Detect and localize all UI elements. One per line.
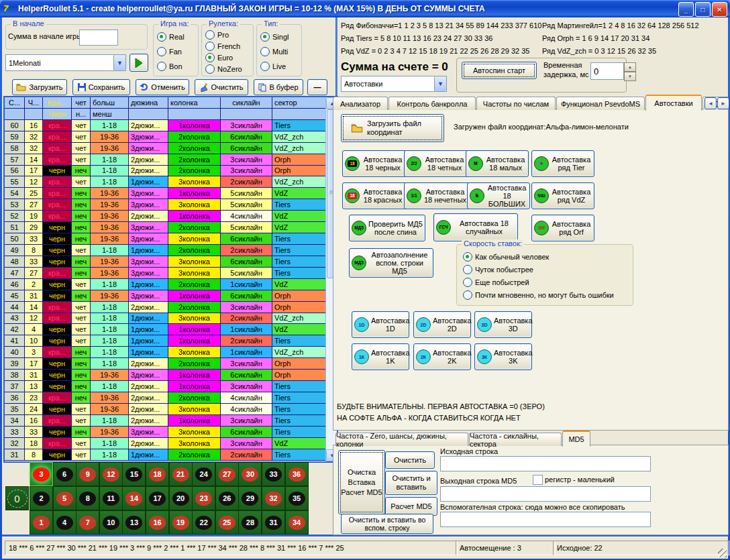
roulette-cell-22[interactable]: 22 bbox=[192, 510, 215, 535]
roulette-cell-24[interactable]: 24 bbox=[192, 462, 215, 486]
save-button[interactable]: Сохранить bbox=[72, 79, 130, 95]
roulette-cell-31[interactable]: 31 bbox=[262, 510, 285, 535]
autobet-1k-button[interactable]: 1К Автоставка 1K bbox=[352, 343, 409, 370]
autospin-start-button[interactable]: Автоспин старт bbox=[462, 62, 537, 79]
roulette-cell-8[interactable]: 8 bbox=[76, 486, 99, 510]
autobet-row-orf-button[interactable]: Orf Автоставка ряд Orf bbox=[531, 215, 594, 241]
md5-source-input[interactable] bbox=[440, 456, 651, 471]
roulette-cell-34[interactable]: 34 bbox=[285, 510, 309, 535]
collapse-button[interactable]: — bbox=[307, 79, 327, 95]
md5-clear-paste-calc-button[interactable]: Очистка Вставка Расчет MD5 bbox=[338, 450, 385, 514]
roulette-cell-20[interactable]: 20 bbox=[169, 486, 193, 510]
roulette-cell-13[interactable]: 13 bbox=[122, 510, 146, 535]
roulette-cell-1[interactable]: 1 bbox=[30, 510, 53, 535]
delay-value[interactable]: 0 bbox=[590, 62, 624, 80]
clear-button[interactable]: Очистить bbox=[195, 79, 248, 95]
start-sum-input[interactable] bbox=[79, 30, 118, 46]
radio-french[interactable]: French bbox=[205, 42, 240, 51]
play-button[interactable] bbox=[129, 54, 148, 72]
roulette-cell-6[interactable]: 6 bbox=[53, 462, 76, 486]
md5-clear-paste-aux-button[interactable]: Очистить и вставить во вспом. строку bbox=[341, 514, 433, 534]
roulette-cell-18[interactable]: 18 bbox=[146, 462, 169, 486]
roulette-cell-15[interactable]: 15 bbox=[122, 462, 146, 486]
radio-euro[interactable]: Euro bbox=[205, 53, 233, 62]
roulette-cell-19[interactable]: 19 bbox=[169, 510, 193, 535]
radio-live[interactable]: Live bbox=[260, 62, 286, 71]
register-checkbox[interactable] bbox=[533, 475, 543, 485]
roulette-cell-35[interactable]: 35 bbox=[285, 486, 309, 510]
autobet-2d-button[interactable]: 2D Автоставка 2D bbox=[413, 311, 471, 338]
maximize-button[interactable]: □ bbox=[695, 2, 711, 17]
md5-clear-button[interactable]: Очистить bbox=[385, 451, 435, 469]
radio-multi[interactable]: Multi bbox=[260, 47, 288, 56]
autobet-3k-button[interactable]: 3К Автоставка 3K bbox=[474, 343, 532, 370]
roulette-cell-3[interactable]: 3 bbox=[30, 462, 53, 486]
roulette-cell-11[interactable]: 11 bbox=[99, 486, 123, 510]
roulette-cell-17[interactable]: 17 bbox=[146, 486, 169, 510]
roulette-cell-32[interactable]: 32 bbox=[262, 486, 285, 510]
undo-button[interactable]: Отменить bbox=[136, 79, 189, 95]
autobet-18-red-button[interactable]: 18 Автоставка 18 красных bbox=[342, 182, 407, 209]
roulette-cell-36[interactable]: 36 bbox=[285, 462, 309, 486]
md5-output-input[interactable] bbox=[440, 486, 651, 502]
autofill-md5-aux-button[interactable]: МД5 Автозаполнение вспом. строки МД5 bbox=[349, 248, 433, 278]
spin-up-icon[interactable]: ▲ bbox=[624, 62, 636, 72]
radio-nozero[interactable]: NoZero bbox=[205, 64, 242, 74]
roulette-cell-2[interactable]: 2 bbox=[30, 486, 53, 510]
roulette-cell-25[interactable]: 25 bbox=[215, 510, 239, 535]
radio-real[interactable]: Real bbox=[157, 32, 185, 42]
radio-speed-faster[interactable]: Чуток побыстрее bbox=[463, 265, 533, 274]
roulette-cell-12[interactable]: 12 bbox=[99, 462, 123, 486]
minimize-button[interactable]: _ bbox=[678, 2, 694, 17]
autobet-18-random-button[interactable]: ГСЧ Автоставка 18 случайных bbox=[433, 213, 518, 241]
radio-speed-human[interactable]: Как обычный человек bbox=[463, 252, 549, 262]
roulette-cell-33[interactable]: 33 bbox=[262, 462, 285, 486]
close-button[interactable]: ✕ bbox=[712, 2, 727, 17]
load-coords-file-button[interactable]: Загрузить файл координат bbox=[341, 114, 444, 142]
radio-speed-instant[interactable]: Почти мгновенно, но могут быть ошибки bbox=[463, 290, 614, 300]
md5-clear-and-paste-button[interactable]: Очистить и вставить bbox=[385, 471, 437, 495]
roulette-cell-30[interactable]: 30 bbox=[238, 462, 262, 486]
radio-fan[interactable]: Fan bbox=[157, 47, 182, 56]
roulette-cell-14[interactable]: 14 bbox=[122, 486, 146, 510]
resize-grip[interactable] bbox=[718, 549, 727, 557]
roulette-cell-26[interactable]: 26 bbox=[215, 486, 239, 510]
tab-psevdoms[interactable]: Функционал PsevdoMS bbox=[556, 97, 645, 110]
check-md5-after-spin-button[interactable]: МД5 Проверить МД5 после спина bbox=[349, 215, 425, 241]
radio-speed-even-faster[interactable]: Еще побыстрей bbox=[463, 278, 529, 287]
autobet-18-big-button[interactable]: Б Автоставка 18 БОЛЬШИХ bbox=[467, 182, 530, 209]
autobet-row-vdz-button[interactable]: Vdz Автоставка ряд VdZ bbox=[531, 182, 594, 209]
tab-scroll-right-icon[interactable]: ► bbox=[717, 97, 729, 109]
radio-bon[interactable]: Bon bbox=[157, 62, 182, 71]
spin-down-icon[interactable]: ▼ bbox=[624, 72, 636, 81]
tab-freq-siklain-sectors[interactable]: Частота - сиклайны, сектора bbox=[469, 433, 562, 446]
tab-scroll-left-icon[interactable]: ◄ bbox=[705, 97, 717, 109]
autobet-18-odd-button[interactable]: 1/1 Автоставка 18 нечетных bbox=[404, 182, 470, 209]
roulette-cell-27[interactable]: 27 bbox=[215, 462, 239, 486]
load-button[interactable]: Загрузить bbox=[12, 79, 67, 95]
tab-md5-bottom[interactable]: MD5 bbox=[562, 431, 590, 447]
autobet-18-even-button[interactable]: 2/2 Автоставка 18 четных bbox=[404, 150, 468, 177]
autobet-18-small-button[interactable]: М Автоставка 18 малых bbox=[466, 150, 529, 177]
roulette-cell-zero[interactable]: 0 bbox=[5, 486, 29, 510]
tab-bankroll-control[interactable]: Контроль банкролла bbox=[388, 97, 476, 110]
autobet-2k-button[interactable]: 2К Автоставка 2K bbox=[413, 343, 471, 370]
mode-combobox[interactable]: Автоставки ▼ bbox=[341, 76, 447, 92]
roulette-cell-16[interactable]: 16 bbox=[146, 510, 169, 535]
roulette-cell-7[interactable]: 7 bbox=[76, 510, 99, 535]
radio-pro[interactable]: Pro bbox=[205, 30, 229, 40]
autobet-row-tier-button[interactable]: ✦ Автоставка ряд Tier bbox=[531, 150, 594, 177]
roulette-cell-4[interactable]: 4 bbox=[53, 510, 76, 535]
autobet-3d-button[interactable]: 3D Автоставка 3D bbox=[474, 311, 532, 338]
tab-freq-zero-chances[interactable]: Частота - Zero, шансы, дюжины, колонки bbox=[335, 433, 468, 446]
roulette-cell-29[interactable]: 29 bbox=[238, 486, 262, 510]
md5-aux-input[interactable] bbox=[440, 512, 651, 527]
roulette-cell-21[interactable]: 21 bbox=[169, 462, 193, 486]
delay-spinner[interactable]: 0 ▲ ▼ bbox=[590, 62, 636, 81]
roulette-cell-28[interactable]: 28 bbox=[238, 510, 262, 535]
roulette-cell-9[interactable]: 9 bbox=[76, 462, 99, 486]
preset-combobox[interactable]: 1Melonati ▼ bbox=[5, 54, 126, 71]
autobet-18-black-button[interactable]: 18 Автоставка 18 черных bbox=[342, 150, 407, 177]
to-buffer-button[interactable]: В буфер bbox=[254, 79, 303, 95]
md5-calc-button[interactable]: Расчет MD5 bbox=[385, 497, 437, 516]
